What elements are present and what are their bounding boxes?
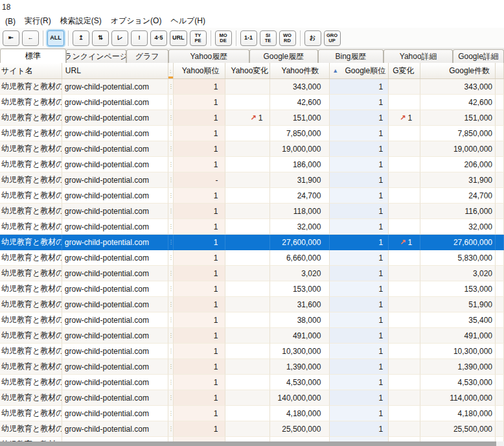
cell-site-name: 幼児教育と教材の — [0, 406, 62, 421]
tab-rankin-page[interactable]: ランクインページ — [66, 49, 126, 63]
table-header-row: サイト名 URL ; Yahoo順位 Yahoo変化 Yahoo件数 ▲ Goo… — [0, 63, 504, 79]
note-marker-icon: ⋮ — [168, 224, 173, 229]
sort-updown-button[interactable]: ⇅ — [92, 30, 109, 46]
table-row[interactable]: 幼児教育と教材のgrow-child-potential.com⋮138,000… — [0, 312, 504, 328]
group-button[interactable]: GROUP — [324, 30, 341, 46]
table-row[interactable]: 幼児教育と教材のgrow-child-potential.com⋮1491,00… — [0, 328, 504, 344]
cell-g-change — [389, 359, 420, 375]
window-title-bar: 18 — [0, 0, 504, 14]
horizontal-scrollbar[interactable] — [0, 441, 504, 446]
url-button[interactable]: URL — [170, 30, 187, 46]
cell-marker: ⋮ — [168, 188, 174, 204]
cell-google-rank: 1 — [330, 312, 389, 328]
mode-button[interactable]: MODE — [215, 30, 232, 46]
column-header-g-change[interactable]: G変化 — [389, 63, 420, 78]
table-row[interactable]: 幼児教育と教材のgrow-child-potential.com⋮1343,00… — [0, 79, 504, 95]
table-row[interactable]: 幼児教育と教材のgrow-child-potential.com⋮1153,00… — [0, 281, 504, 297]
tab-standard[interactable]: 標準 — [0, 49, 66, 63]
table-row[interactable]: 幼児教育と教材のgrow-child-potential.com⋮14,180,… — [0, 406, 504, 421]
tab-google-history[interactable]: Google履歴 — [249, 49, 318, 63]
type-button[interactable]: TYPE — [190, 30, 207, 46]
table-row[interactable]: 幼児教育と教材のgrow-child-potential.com⋮11,390,… — [0, 359, 504, 375]
column-header-url[interactable]: URL — [62, 63, 168, 78]
table-row[interactable]: 幼児教育と教材のgrow-child-potential.com⋮132,000… — [0, 219, 504, 235]
cell-yahoo-change — [225, 235, 271, 250]
site-button[interactable]: SITE — [260, 30, 277, 46]
cell-yahoo-change — [225, 312, 271, 328]
cell-yahoo-count: 42,600 — [270, 95, 330, 110]
column-header-marker[interactable]: ; — [168, 63, 174, 78]
column-header-yahoo-count[interactable]: Yahoo件数 — [270, 63, 330, 78]
table-row[interactable]: 幼児教育と教材のgrow-child-potential.com⋮112,300… — [0, 437, 504, 441]
cell-yahoo-rank: 1 — [174, 312, 225, 328]
table-row[interactable]: 幼児教育と教材のgrow-child-potential.com⋮1140,00… — [0, 390, 504, 406]
cell-extra — [496, 141, 504, 157]
tab-google-detail[interactable]: Google詳細 — [453, 49, 504, 63]
table-row[interactable]: 幼児教育と教材のgrow-child-potential.com⋮127,600… — [0, 235, 504, 250]
tab-yahoo-detail[interactable]: Yahoo詳細 — [384, 49, 453, 63]
table-row[interactable]: 幼児教育と教材のgrow-child-potential.com⋮142,600… — [0, 95, 504, 110]
column-header-google-count[interactable]: Google件数 — [420, 63, 496, 78]
one-one-button[interactable]: 1-1 — [240, 30, 257, 46]
cell-site-name: 幼児教育と教材の — [0, 172, 62, 188]
cell-marker: ⋮ — [168, 204, 174, 219]
cell-yahoo-rank: 1 — [174, 204, 225, 219]
cell-yahoo-rank: 1 — [174, 281, 225, 297]
toolbar-separator — [211, 30, 211, 46]
menu-search-settings[interactable]: 検索設定(S) — [56, 14, 106, 28]
table-row[interactable]: 幼児教育と教材のgrow-child-potential.com⋮16,660,… — [0, 250, 504, 266]
cell-marker: ⋮ — [168, 375, 174, 390]
table-row[interactable]: 幼児教育と教材のgrow-child-potential.com⋮119,000… — [0, 141, 504, 157]
column-header-yahoo-change[interactable]: Yahoo変化 — [225, 63, 271, 78]
table-row[interactable]: 幼児教育と教材のgrow-child-potential.com⋮1118,00… — [0, 204, 504, 219]
cell-google-count: 27,600,000 — [420, 235, 496, 250]
table-row[interactable]: 幼児教育と教材のgrow-child-potential.com⋮1186,00… — [0, 157, 504, 172]
cell-url: grow-child-potential.com — [62, 421, 168, 437]
cell-g-change — [389, 375, 420, 390]
table-row[interactable]: 幼児教育と教材のgrow-child-potential.com⋮14,530,… — [0, 375, 504, 390]
menu-options[interactable]: オプション(O) — [106, 14, 166, 28]
table-row[interactable]: 幼児教育と教材のgrow-child-potential.com⋮110,300… — [0, 344, 504, 359]
cell-site-name: 幼児教育と教材の — [0, 126, 62, 141]
menu-file-b[interactable]: (B) — [1, 16, 20, 27]
cell-google-count: 25,500,000 — [420, 421, 496, 437]
cell-yahoo-count: 4,180,000 — [270, 406, 330, 421]
cell-g-change: ↗1 — [389, 110, 420, 126]
go-first-button[interactable]: ⇤ — [3, 30, 19, 46]
go-back-button[interactable]: ← — [22, 30, 39, 46]
45-button[interactable]: 4·5 — [150, 30, 167, 46]
cell-url: grow-child-potential.com — [62, 266, 168, 281]
menu-run[interactable]: 実行(R) — [20, 14, 56, 28]
column-header-extra — [496, 63, 504, 78]
menu-help[interactable]: ヘルプ(H) — [166, 14, 210, 28]
word-button[interactable]: WORD — [279, 30, 296, 46]
cell-yahoo-change — [225, 281, 271, 297]
cell-url: grow-child-potential.com — [62, 312, 168, 328]
o-button[interactable]: お — [304, 30, 321, 46]
horizontal-scrollbar-thumb[interactable] — [0, 441, 496, 446]
alert-button[interactable]: ! — [131, 30, 148, 46]
table-row[interactable]: 幼児教育と教材のgrow-child-potential.com⋮17,850,… — [0, 126, 504, 141]
table-row[interactable]: 幼児教育と教材のgrow-child-potential.com⋮-31,900… — [0, 172, 504, 188]
table-row[interactable]: 幼児教育と教材のgrow-child-potential.com⋮131,600… — [0, 297, 504, 312]
cell-site-name: 幼児教育と教材の — [0, 359, 62, 375]
column-header-google-rank[interactable]: ▲ Google順位 — [330, 63, 389, 78]
check-button[interactable]: レ — [111, 30, 128, 46]
cell-yahoo-rank: 1 — [174, 126, 225, 141]
cell-g-change — [389, 204, 420, 219]
upload-button[interactable]: ↥ — [73, 30, 89, 46]
tab-bing-history[interactable]: Bing履歴 — [318, 49, 384, 63]
tab-yahoo-history[interactable]: Yahoo履歴 — [168, 49, 249, 63]
table-row[interactable]: 幼児教育と教材のgrow-child-potential.com⋮125,500… — [0, 421, 504, 437]
cell-site-name: 幼児教育と教材の — [0, 141, 62, 157]
cell-yahoo-change — [225, 421, 271, 437]
cell-yahoo-count: 25,500,000 — [270, 421, 330, 437]
table-row[interactable]: 幼児教育と教材のgrow-child-potential.com⋮124,700… — [0, 188, 504, 204]
table-row[interactable]: 幼児教育と教材のgrow-child-potential.com⋮13,0201… — [0, 266, 504, 281]
cell-yahoo-rank: 1 — [174, 390, 225, 406]
table-row[interactable]: 幼児教育と教材のgrow-child-potential.com⋮1↗1151,… — [0, 110, 504, 126]
column-header-site-name[interactable]: サイト名 — [0, 63, 62, 78]
all-button[interactable]: ALL — [47, 30, 64, 46]
column-header-yahoo-rank[interactable]: Yahoo順位 — [174, 63, 225, 78]
tab-graph[interactable]: グラフ — [126, 49, 168, 63]
